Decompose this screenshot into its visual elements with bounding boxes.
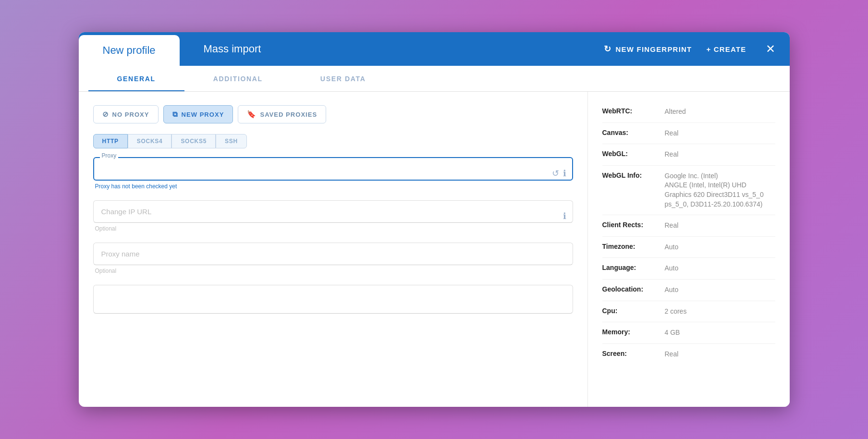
proxy-hint: Proxy has not been checked yet xyxy=(93,183,573,190)
fingerprint-label: WebRTC: xyxy=(602,107,665,115)
modal: New profile Mass import ↻ NEW FINGERPRIN… xyxy=(79,32,790,407)
fingerprint-value: Real xyxy=(665,221,775,231)
fingerprint-label: Timezone: xyxy=(602,243,665,250)
protocol-socks4-button[interactable]: SOCKS4 xyxy=(128,134,172,148)
fingerprint-row: Screen:Real xyxy=(602,344,775,365)
refresh-icon[interactable]: ↺ xyxy=(552,168,559,179)
tab-new-profile[interactable]: New profile xyxy=(79,35,180,66)
fingerprint-value: Altered xyxy=(665,107,775,117)
proxy-input-icons: ↺ ℹ xyxy=(552,168,566,179)
proxy-name-optional: Optional xyxy=(93,268,573,274)
no-proxy-icon: ⊘ xyxy=(102,110,109,119)
extra-field-group xyxy=(93,285,573,316)
change-ip-optional: Optional xyxy=(93,225,573,232)
fingerprint-row: Client Rects:Real xyxy=(602,215,775,237)
proxy-input[interactable] xyxy=(93,157,573,181)
fingerprint-label: Client Rects: xyxy=(602,221,665,229)
fingerprint-row: Geolocation:Auto xyxy=(602,280,775,301)
extra-textarea[interactable] xyxy=(93,285,573,314)
fingerprint-label: Language: xyxy=(602,264,665,271)
fingerprint-value: Google Inc. (Intel) ANGLE (Intel, Intel(… xyxy=(665,171,775,209)
protocol-ssh-button[interactable]: SSH xyxy=(216,134,247,148)
fingerprint-row: WebGL:Real xyxy=(602,144,775,166)
header-actions: ↻ NEW FINGERPRINT + CREATE ✕ xyxy=(604,32,789,66)
saved-proxies-icon: 🔖 xyxy=(247,110,257,119)
fingerprint-label: WebGL Info: xyxy=(602,171,665,179)
no-proxy-button[interactable]: ⊘ NO PROXY xyxy=(93,105,159,123)
fingerprint-value: 2 cores xyxy=(665,307,775,317)
modal-body: ⊘ NO PROXY ⧉ NEW PROXY 🔖 SAVED PROXIES H… xyxy=(79,92,790,407)
fingerprint-row: WebGL Info:Google Inc. (Intel) ANGLE (In… xyxy=(602,166,775,215)
change-ip-icons: ℹ xyxy=(563,211,566,221)
sub-tabs: GENERAL ADDITIONAL USER DATA xyxy=(79,66,790,92)
change-ip-input[interactable] xyxy=(93,200,573,223)
right-panel: WebRTC:AlteredCanvas:RealWebGL:RealWebGL… xyxy=(588,92,790,407)
fingerprint-row: Cpu:2 cores xyxy=(602,301,775,323)
fingerprint-label: Memory: xyxy=(602,328,665,336)
tab-mass-import[interactable]: Mass import xyxy=(180,32,285,66)
fingerprint-label: Canvas: xyxy=(602,129,665,136)
tab-user-data[interactable]: USER DATA xyxy=(292,66,395,91)
tab-general[interactable]: GENERAL xyxy=(88,66,184,91)
create-button[interactable]: + CREATE xyxy=(706,45,746,53)
new-proxy-icon: ⧉ xyxy=(172,110,178,119)
close-button[interactable]: ✕ xyxy=(761,42,780,56)
proxy-name-input[interactable] xyxy=(93,243,573,265)
fingerprint-value: Auto xyxy=(665,243,775,252)
new-fingerprint-button[interactable]: ↻ NEW FINGERPRINT xyxy=(604,44,692,54)
proxy-name-field-group: Optional xyxy=(93,243,573,274)
protocol-row: HTTP SOCKS4 SOCKS5 SSH xyxy=(93,134,573,148)
fingerprint-label: Cpu: xyxy=(602,307,665,315)
left-panel: ⊘ NO PROXY ⧉ NEW PROXY 🔖 SAVED PROXIES H… xyxy=(79,92,588,407)
fingerprint-label: Screen: xyxy=(602,350,665,357)
fingerprint-value: Real xyxy=(665,129,775,138)
fingerprint-row: Memory:4 GB xyxy=(602,322,775,344)
fingerprint-row: Language:Auto xyxy=(602,258,775,280)
fingerprint-icon: ↻ xyxy=(604,44,611,54)
fingerprint-value: 4 GB xyxy=(665,328,775,338)
modal-header: New profile Mass import ↻ NEW FINGERPRIN… xyxy=(79,32,790,66)
fingerprint-label: Geolocation: xyxy=(602,285,665,293)
proxy-label: Proxy xyxy=(100,152,119,159)
protocol-http-button[interactable]: HTTP xyxy=(93,134,128,148)
saved-proxies-button[interactable]: 🔖 SAVED PROXIES xyxy=(238,105,326,123)
new-proxy-button[interactable]: ⧉ NEW PROXY xyxy=(163,105,233,123)
proxy-field-group: Proxy ↺ ℹ Proxy has not been checked yet xyxy=(93,157,573,190)
fingerprint-value: Real xyxy=(665,150,775,159)
fingerprint-row: Canvas:Real xyxy=(602,123,775,145)
fingerprint-row: WebRTC:Altered xyxy=(602,101,775,123)
fingerprint-value: Auto xyxy=(665,264,775,273)
tab-additional[interactable]: ADDITIONAL xyxy=(184,66,292,91)
proxy-type-row: ⊘ NO PROXY ⧉ NEW PROXY 🔖 SAVED PROXIES xyxy=(93,105,573,123)
info-icon-change-ip[interactable]: ℹ xyxy=(563,211,566,221)
fingerprint-value: Real xyxy=(665,350,775,359)
change-ip-field-group: ℹ Optional xyxy=(93,200,573,232)
info-icon[interactable]: ℹ xyxy=(563,168,566,179)
fingerprint-label: WebGL: xyxy=(602,150,665,158)
fingerprint-value: Auto xyxy=(665,285,775,295)
fingerprint-row: Timezone:Auto xyxy=(602,237,775,258)
protocol-socks5-button[interactable]: SOCKS5 xyxy=(171,134,216,148)
